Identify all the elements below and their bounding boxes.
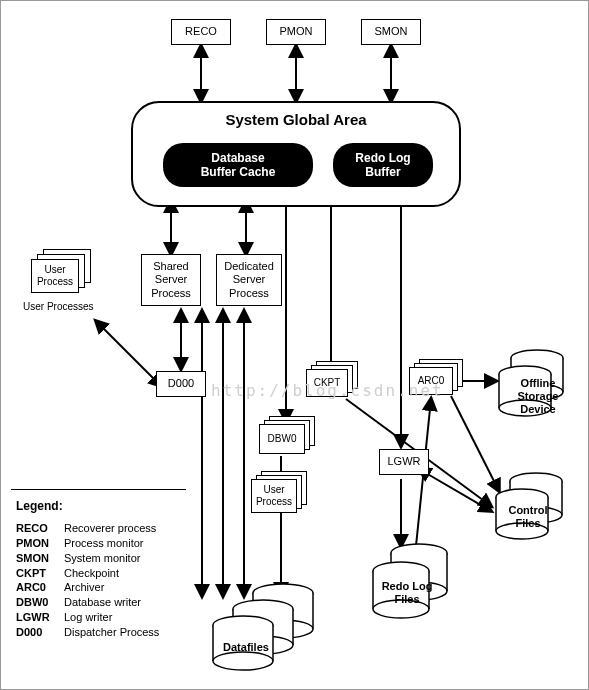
- offline-storage-label: Offline Storage Device: [509, 377, 567, 417]
- svg-line-5: [96, 321, 161, 386]
- legend-row: D000Dispatcher Process: [16, 625, 206, 640]
- user-process-stack: User Process: [31, 249, 95, 295]
- legend-abbr: DBW0: [16, 595, 64, 610]
- reco-label: RECO: [185, 25, 217, 38]
- legend-abbr: LGWR: [16, 610, 64, 625]
- dedicated-server-process: Dedicated Server Process: [216, 254, 282, 306]
- legend-abbr: RECO: [16, 521, 64, 536]
- legend-desc: Database writer: [64, 595, 141, 610]
- d000-label: D000: [168, 377, 194, 390]
- sga-title: System Global Area: [133, 111, 459, 128]
- legend-desc: Process monitor: [64, 536, 143, 551]
- legend-desc: Archiver: [64, 580, 104, 595]
- legend-divider: [11, 489, 186, 490]
- svg-point-64: [213, 652, 273, 670]
- legend-row: CKPTCheckpoint: [16, 566, 206, 581]
- shared-server-process: Shared Server Process: [141, 254, 201, 306]
- user-process-2-stack: User Process: [251, 471, 311, 517]
- legend: Legend: RECORecoverer processPMONProcess…: [16, 499, 206, 640]
- redo-log-files-label: Redo Log Files: [378, 580, 436, 606]
- dedicated-server-label: Dedicated Server Process: [224, 260, 274, 300]
- legend-row: SMONSystem monitor: [16, 551, 206, 566]
- user-processes-text: User Processes: [23, 301, 94, 312]
- legend-row: ARC0Archiver: [16, 580, 206, 595]
- diagram-canvas: RECO PMON SMON System Global Area Databa…: [0, 0, 589, 690]
- smon-label: SMON: [375, 25, 408, 38]
- lgwr-label: LGWR: [388, 455, 421, 468]
- watermark: http://blog.csdn.net: [211, 381, 444, 400]
- reco-process: RECO: [171, 19, 231, 45]
- legend-desc: System monitor: [64, 551, 140, 566]
- legend-title: Legend:: [16, 499, 206, 513]
- dbw0-label: DBW0: [268, 433, 297, 445]
- pmon-process: PMON: [266, 19, 326, 45]
- redo-log-buffer: Redo Log Buffer: [333, 143, 433, 187]
- d000-process: D000: [156, 371, 206, 397]
- legend-desc: Checkpoint: [64, 566, 119, 581]
- legend-abbr: SMON: [16, 551, 64, 566]
- user-process-2-label: User Process: [256, 484, 292, 508]
- legend-abbr: D000: [16, 625, 64, 640]
- pmon-label: PMON: [280, 25, 313, 38]
- legend-row: PMONProcess monitor: [16, 536, 206, 551]
- svg-line-16: [419, 469, 491, 511]
- smon-process: SMON: [361, 19, 421, 45]
- dbw0-stack: DBW0: [259, 416, 319, 460]
- datafiles-cylinders: [201, 581, 321, 681]
- legend-desc: Dispatcher Process: [64, 625, 159, 640]
- redo-log-buffer-label: Redo Log Buffer: [355, 151, 410, 180]
- legend-desc: Log writer: [64, 610, 112, 625]
- legend-row: LGWRLog writer: [16, 610, 206, 625]
- legend-desc: Recoverer process: [64, 521, 156, 536]
- lgwr-process: LGWR: [379, 449, 429, 475]
- sga-container: System Global Area Database Buffer Cache…: [131, 101, 461, 207]
- user-process-label: User Process: [37, 264, 73, 288]
- legend-abbr: ARC0: [16, 580, 64, 595]
- legend-abbr: CKPT: [16, 566, 64, 581]
- shared-server-label: Shared Server Process: [151, 260, 191, 300]
- db-buffer-cache: Database Buffer Cache: [163, 143, 313, 187]
- legend-row: DBW0Database writer: [16, 595, 206, 610]
- legend-abbr: PMON: [16, 536, 64, 551]
- db-buffer-cache-label: Database Buffer Cache: [201, 151, 276, 180]
- control-files-label: Control Files: [503, 504, 553, 530]
- legend-rows: RECORecoverer processPMONProcess monitor…: [16, 521, 206, 640]
- legend-row: RECORecoverer process: [16, 521, 206, 536]
- datafiles-label: Datafiles: [219, 641, 273, 654]
